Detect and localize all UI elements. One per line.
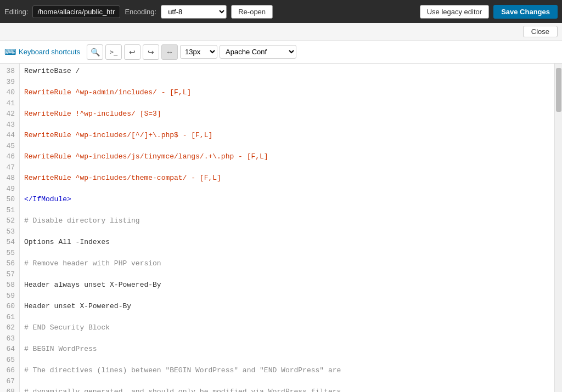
- editing-label: Editing:: [4, 8, 28, 16]
- line-number: 50: [4, 194, 15, 205]
- encoding-label: Encoding:: [125, 8, 156, 16]
- line-number: 43: [4, 120, 15, 130]
- line-number: 42: [4, 109, 15, 120]
- line-number: 54: [4, 237, 15, 248]
- line-number: 62: [4, 322, 15, 333]
- line-number: 52: [4, 215, 15, 226]
- line-number: 55: [4, 248, 15, 259]
- font-size-select[interactable]: 10px 11px 12px 13px 14px 16px 18px: [180, 45, 217, 59]
- code-editor[interactable]: RewriteBase / RewriteRule ^wp-admin/incl…: [20, 64, 554, 392]
- undo-button[interactable]: ↩: [124, 44, 140, 60]
- encoding-select[interactable]: utf-8 utf-16 iso-8859-1: [161, 5, 227, 19]
- language-select[interactable]: Apache Conf CSS HTML JavaScript PHP Plai…: [220, 45, 296, 59]
- redo-icon: ↪: [148, 48, 154, 56]
- line-number: 48: [4, 173, 15, 184]
- line-number: 67: [4, 376, 15, 387]
- line-number: 39: [4, 77, 15, 88]
- line-number: 65: [4, 355, 15, 366]
- scrollbar-thumb[interactable]: [556, 68, 561, 112]
- line-number: 46: [4, 151, 15, 162]
- keyboard-shortcuts-label: Keyboard shortcuts: [19, 48, 80, 56]
- wrap-icon: ↔: [166, 48, 173, 56]
- line-number: 53: [4, 226, 15, 237]
- line-number: 63: [4, 333, 15, 344]
- save-changes-button[interactable]: Save Changes: [493, 5, 558, 19]
- line-number: 56: [4, 258, 15, 269]
- keyboard-icon: ⌨: [4, 47, 16, 57]
- top-bar: Editing: /home/allacira/public_htr Encod…: [0, 0, 562, 23]
- line-number: 38: [4, 66, 15, 77]
- line-number: 64: [4, 344, 15, 355]
- line-number: 49: [4, 184, 15, 195]
- line-number: 57: [4, 269, 15, 280]
- redo-button[interactable]: ↪: [143, 44, 159, 60]
- undo-icon: ↩: [129, 48, 136, 56]
- keyboard-shortcuts-link[interactable]: ⌨ Keyboard shortcuts: [4, 47, 80, 57]
- terminal-button[interactable]: >_: [105, 44, 122, 60]
- reopen-button[interactable]: Re-open: [231, 5, 273, 19]
- line-number: 51: [4, 205, 15, 216]
- search-icon: 🔍: [91, 48, 100, 56]
- line-number: 45: [4, 141, 15, 152]
- line-number: 68: [4, 387, 15, 392]
- legacy-editor-button[interactable]: Use legacy editor: [420, 5, 489, 19]
- vertical-scrollbar[interactable]: [554, 64, 562, 392]
- line-number: 66: [4, 365, 15, 376]
- editor-toolbar: ⌨ Keyboard shortcuts 🔍 >_ ↩ ↪ ↔ 10px 11p…: [0, 41, 562, 64]
- line-number: 60: [4, 301, 15, 312]
- line-number: 61: [4, 312, 15, 323]
- line-number: 40: [4, 87, 15, 98]
- filepath-display: /home/allacira/public_htr: [32, 5, 120, 18]
- search-button[interactable]: 🔍: [87, 44, 103, 60]
- line-number: 44: [4, 130, 15, 141]
- terminal-icon: >_: [110, 48, 117, 56]
- line-number: 41: [4, 98, 15, 109]
- editor-container: 38 39 40 41 42 43 44 45 46 47 48 49 50 5…: [0, 64, 562, 392]
- close-button[interactable]: Close: [523, 26, 558, 37]
- line-number: 59: [4, 291, 15, 302]
- close-bar: Close: [0, 23, 562, 41]
- line-number: 47: [4, 162, 15, 173]
- wrap-button[interactable]: ↔: [161, 44, 178, 60]
- line-number: 58: [4, 280, 15, 291]
- line-numbers: 38 39 40 41 42 43 44 45 46 47 48 49 50 5…: [0, 64, 20, 392]
